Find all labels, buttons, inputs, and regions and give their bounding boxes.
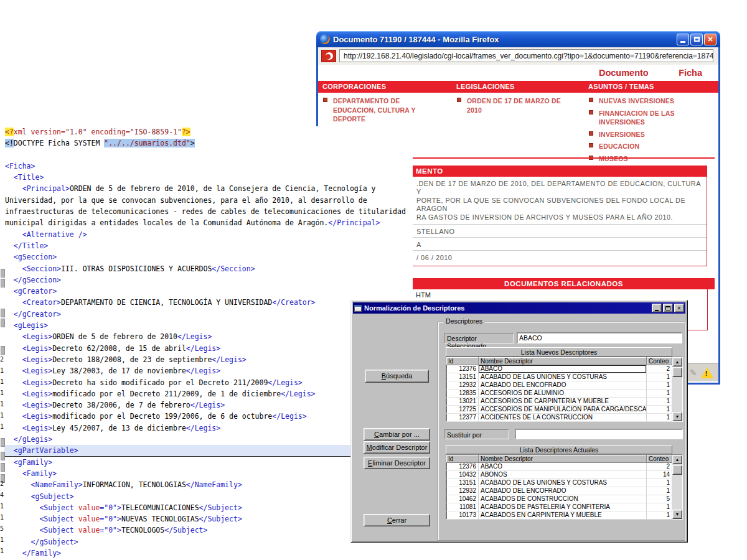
xml-line: <gCreator> [4,286,413,297]
minimize-button[interactable] [677,34,689,45]
xml-line: <Seccion>III. OTRAS DISPOSICIONES Y ACUE… [4,263,413,274]
firefox-icon [320,34,330,44]
column-header[interactable]: Conteo [647,357,672,365]
background-window-fragment: 21111112411511 [0,0,4,560]
close-button[interactable]: ✕ [704,34,716,45]
eliminar-descriptor-button[interactable]: Eliminar Descriptor [364,457,430,469]
table-cell: 13021 [446,398,479,406]
scroll-down-icon[interactable]: ▼ [672,412,682,421]
scroll-down-icon[interactable]: ▼ [672,510,682,519]
column-header[interactable]: Id [446,455,479,463]
scroll-up-icon[interactable]: ▲ [672,455,682,464]
dialog-window-controls: × [652,304,684,312]
table-row[interactable]: 13021ACCESORIOS DE CARPINTERIA Y MUEBLE1 [446,398,682,406]
url-input[interactable]: http://192.168.21.40/legislado/cgi-local… [339,49,713,62]
scrollbar-fragment [1,279,5,287]
status-strip: ✎ ! [688,363,718,381]
table-row[interactable]: 10173ACABADOS EN CARPINTERIA Y MUEBLE1 [446,511,682,520]
column-header[interactable]: Nombre Descriptor [479,455,647,463]
table-cell: 1 [647,511,672,520]
link-item-label: EDUCACION [599,142,639,150]
lista-nuevos-title: Lista Nuevos Descriptores [446,347,672,357]
table-cell: 1 [647,390,672,398]
column-header[interactable]: Nombre Descriptor [479,357,647,365]
edit-icon[interactable]: ✎ [690,368,697,378]
scrollbar-thumb[interactable] [672,465,682,475]
bookmark-star-icon[interactable]: ☆ [703,50,711,62]
count-digit-fragment: 1 [0,503,5,510]
table-row[interactable]: 11081ACABADOS DE PASTELERIA Y CONFITERIA… [446,503,682,511]
link-item[interactable]: DEPARTAMENTO DE EDUCACION, CULTURA Y DEP… [322,96,417,124]
table-cell: 1 [647,414,672,422]
table-row[interactable]: 13151ACABADO DE LAS UNIONES Y COSTURAS1 [446,373,682,381]
table-row[interactable]: 12835ACCESORIOS DE ALUMINIO1 [446,390,682,398]
vertical-scrollbar[interactable]: ▲▼ [672,455,682,519]
vertical-scrollbar[interactable]: ▲▼ [672,357,682,421]
warning-icon[interactable]: ! [700,367,714,379]
xml-line: <Alternative /> [4,229,413,240]
count-digit-fragment: 2 [0,480,5,487]
maximize-button[interactable] [690,34,703,45]
grid-header-row: IdNombre DescriptorConteo [446,357,682,365]
table-cell: 11081 [446,503,479,511]
column-header[interactable]: Id [446,357,479,365]
table-cell: ACABADOS DE CONSTRUCCION [479,495,647,503]
table-cell: 1 [647,479,672,487]
xml-line: Universidad, por la que se convocan subv… [4,195,413,206]
xml-line: </Title> [4,240,413,251]
cerrar-button[interactable]: Cerrar [364,514,430,526]
table-row[interactable]: 12376ABACO2 [446,463,682,471]
table-row[interactable]: 10462ACABADOS DE CONSTRUCCION5 [446,495,682,503]
count-digit-fragment: 1 [0,536,5,543]
document-title-line: .DEN DE 17 DE MARZO DE 2010, DEL DEPARTA… [416,180,703,197]
bullet-icon [589,98,593,102]
descriptor-seleccionado-input[interactable]: ABACO [517,332,682,343]
busqueda-button[interactable]: Búsqueda [365,370,429,383]
lista-actuales-grid: IdNombre DescriptorConteo12376ABACO21043… [446,454,683,520]
dialog-minimize-button[interactable] [652,304,662,312]
table-row[interactable]: 12725ACCESORIOS DE MANIPULACION PARA CAR… [446,406,682,414]
link-item-label: INVERSIONES [599,131,645,138]
dialog-titlebar[interactable]: Normalización de Descriptores × [353,302,685,314]
table-row[interactable]: 10432ABONOS14 [446,471,682,479]
table-row[interactable]: 12932ACABADO DEL ENCOFRADO1 [446,487,682,495]
link-item[interactable]: ORDEN DE 17 DE MARZO DE 2010 [456,96,567,114]
count-digit-fragment: 1 [0,367,5,374]
nav-ficha[interactable]: Ficha [679,68,702,78]
red-border-fragment-h [688,330,707,330]
dialog-maximize-button[interactable] [663,304,673,312]
link-item[interactable]: FINANCIACION DE LAS INVERSIONES [588,109,691,127]
table-row[interactable]: 12376ABACO2 [446,365,682,373]
link-item[interactable]: EDUCACION [588,142,691,151]
lista-nuevos-grid: IdNombre DescriptorConteo12376ABACO21315… [446,357,683,422]
count-digit-fragment: 5 [0,525,5,532]
documento-section: MENTO .DEN DE 17 DE MARZO DE 2010, DEL D… [413,166,707,266]
table-row[interactable]: 13151ACABADO DE LAS UNIONES Y COSTURAS1 [446,479,682,487]
table-cell: 12725 [446,406,479,414]
scrollbar-thumb[interactable] [672,367,682,377]
related-doc-item[interactable]: HTM [416,291,431,299]
dialog-close-button[interactable]: × [674,304,684,312]
site-favicon-icon [321,50,336,62]
form-icon [354,305,362,312]
url-text: http://192.168.21.40/legislado/cgi-local… [344,52,713,60]
page-nav-row: Documento Ficha [318,65,718,81]
table-cell: 13151 [446,479,479,487]
link-item[interactable]: INVERSIONES [588,130,691,139]
document-title-line: PORTE, POR LA QUE SE CONVOCAN SUBVENCION… [416,197,703,213]
scrollbar-fragment [1,438,5,447]
table-cell: 13151 [446,373,479,381]
nav-documento[interactable]: Documento [599,68,649,78]
table-row[interactable]: 12377ACCIDENTES DE LA CONSTRUCCION1 [446,414,682,422]
table-row[interactable]: 12932ACABADO DEL ENCOFRADO1 [446,381,682,390]
scroll-up-icon[interactable]: ▲ [672,357,682,366]
modificar-descriptor-button[interactable]: Modificar Descriptor [364,441,430,454]
sustituir-por-input[interactable] [515,429,683,439]
link-item[interactable]: NUEVAS INVERSIONES [588,96,691,106]
legislaciones-list: ORDEN DE 17 DE MARZO DE 2010 [456,96,567,118]
scrollbar-fragment [1,452,5,460]
cambiar-por-button[interactable]: Cambiar por ... [364,428,430,441]
firefox-titlebar[interactable]: Documento 71190 / 187444 - Mozilla Firef… [316,31,720,47]
column-header[interactable]: Conteo [647,455,672,463]
count-digit-fragment: 1 [0,514,5,521]
